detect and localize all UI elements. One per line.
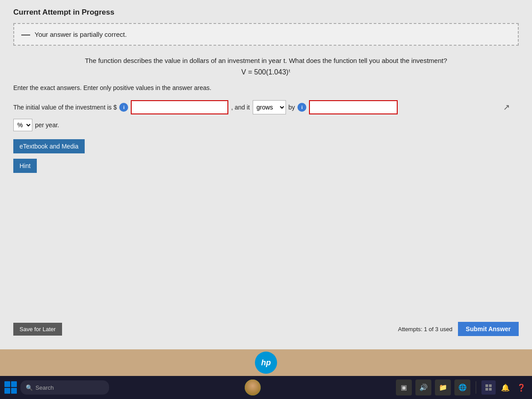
taskbar-separator	[476, 381, 476, 394]
question-text: The function describes the value in doll…	[13, 55, 519, 66]
percent-select[interactable]: %	[13, 119, 32, 131]
initial-info-button[interactable]: i	[119, 103, 128, 112]
question-block: The function describes the value in doll…	[13, 55, 519, 76]
volume-icon: 🔊	[419, 383, 428, 391]
avatar-image	[245, 379, 261, 395]
taskbar-search-bar[interactable]: 🔍 Search	[20, 380, 109, 395]
hint-button[interactable]: Hint	[13, 159, 37, 173]
percent-row: % per year.	[13, 119, 519, 131]
banner-dash: —	[21, 29, 30, 39]
submit-answer-button[interactable]: Submit Answer	[458, 322, 519, 336]
search-label: Search	[35, 384, 54, 391]
partial-correct-banner: — Your answer is partially correct.	[13, 23, 519, 46]
grows-select[interactable]: grows decays	[253, 100, 286, 114]
hp-logo-area: hp	[0, 349, 532, 376]
taskbar-avatar[interactable]	[245, 379, 261, 395]
taskbar-right: ▣ 🔊 📁 🌐 🔔 ❓	[396, 379, 528, 395]
taskbar-grid-icon[interactable]	[481, 380, 496, 395]
by-label: by	[289, 104, 295, 111]
arrow-icon: ↗	[503, 102, 510, 112]
and-it-label: , and it	[231, 104, 250, 111]
per-year-label: per year.	[35, 121, 59, 129]
save-later-button[interactable]: Save for Later	[13, 323, 62, 336]
taskbar-notification[interactable]: 🔔	[499, 382, 512, 394]
main-content: Current Attempt in Progress — Your answe…	[0, 0, 532, 349]
taskbar: 🔍 Search ▣ 🔊 📁 🌐	[0, 376, 532, 399]
grid-icon	[485, 384, 492, 391]
taskbar-help[interactable]: ❓	[515, 382, 528, 394]
initial-value-input[interactable]	[131, 100, 228, 114]
svg-rect-1	[489, 384, 492, 387]
by-value-input[interactable]	[309, 100, 398, 114]
taskbar-app-folder[interactable]: 📁	[435, 379, 451, 395]
attempts-submit-area: Attempts: 1 of 3 used Submit Answer	[398, 322, 519, 336]
bottom-actions: Save for Later Attempts: 1 of 3 used Sub…	[13, 322, 519, 340]
taskbar-center	[113, 379, 392, 395]
by-info-button[interactable]: i	[297, 103, 306, 112]
question-formula: V = 500(1.043)ᵗ	[13, 68, 519, 76]
search-icon: 🔍	[26, 384, 33, 391]
browser-icon: 🌐	[458, 383, 467, 391]
etextbook-button[interactable]: eTextbook and Media	[13, 139, 85, 153]
initial-value-label: The initial value of the investment is $	[13, 104, 117, 111]
attempts-text: Attempts: 1 of 3 used	[398, 326, 453, 332]
taskbar-app-desktop[interactable]: ▣	[396, 379, 412, 395]
desktop-icon: ▣	[401, 383, 407, 391]
taskbar-app-browser[interactable]: 🌐	[454, 379, 470, 395]
windows-start-button[interactable]	[4, 381, 17, 394]
instructions: Enter the exact answers. Enter only posi…	[13, 84, 519, 91]
svg-rect-2	[485, 388, 488, 391]
svg-rect-3	[489, 388, 492, 391]
banner-text: Your answer is partially correct.	[35, 31, 127, 38]
page-title: Current Attempt in Progress	[13, 8, 519, 17]
taskbar-app-volume[interactable]: 🔊	[415, 379, 431, 395]
answer-row: The initial value of the investment is $…	[13, 100, 519, 114]
hp-logo: hp	[255, 352, 277, 374]
svg-rect-0	[485, 384, 488, 387]
folder-icon: 📁	[439, 383, 447, 391]
